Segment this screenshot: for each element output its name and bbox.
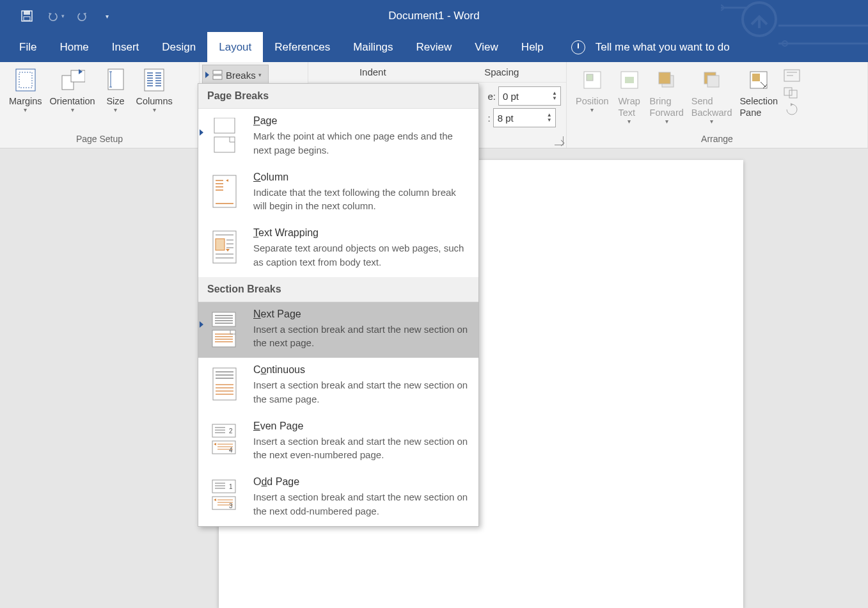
selection-pane-button[interactable]: Selection Pane: [736, 66, 782, 118]
tab-mailings[interactable]: Mailings: [342, 32, 404, 62]
spacing-before-spinner[interactable]: ▲▼: [498, 86, 561, 106]
breaks-button[interactable]: Breaks ▾: [202, 65, 269, 85]
svg-rect-57: [212, 312, 235, 326]
svg-rect-27: [587, 74, 593, 81]
menu-item-text-wrapping[interactable]: Text Wrapping Separate text around objec…: [198, 221, 478, 277]
chevron-down-icon: ▾: [71, 108, 74, 112]
even-page-desc: Insert a section break and start the new…: [253, 435, 470, 463]
play-indicator-icon: [200, 321, 203, 328]
menu-item-next-page[interactable]: Next Page Insert a section break and sta…: [198, 302, 478, 358]
play-indicator-icon: [200, 129, 203, 136]
save-icon: [21, 10, 33, 22]
size-icon: [106, 68, 126, 92]
margins-label: Margins: [9, 95, 42, 107]
chevron-down-icon: ▾: [114, 108, 117, 112]
svg-text:3: 3: [229, 502, 233, 509]
chevron-down-icon: ▾: [590, 108, 594, 112]
svg-rect-67: [213, 368, 236, 400]
spacing-after-input[interactable]: [494, 112, 532, 124]
svg-rect-31: [659, 72, 670, 84]
svg-rect-2: [24, 17, 30, 20]
orientation-label: Orientation: [50, 95, 95, 107]
qat-customize[interactable]: ▾: [97, 6, 116, 26]
svg-rect-62: [212, 330, 235, 347]
tab-design[interactable]: Design: [150, 32, 207, 62]
send-backward-button[interactable]: Send Backward ▾: [688, 66, 736, 124]
svg-rect-41: [214, 118, 235, 133]
wrap-text-button[interactable]: Wrap Text ▾: [613, 66, 646, 124]
decorative-graphic: [721, 0, 868, 61]
odd-page-icon: 1 3: [209, 479, 241, 515]
tab-layout[interactable]: Layout: [207, 32, 263, 62]
orientation-icon: [59, 68, 85, 92]
tab-review[interactable]: Review: [405, 32, 464, 62]
spinner-arrows[interactable]: ▲▼: [549, 91, 560, 101]
chevron-down-icon: ▾: [258, 72, 262, 78]
text-wrapping-icon: [210, 230, 239, 266]
svg-rect-24: [213, 70, 222, 74]
column-break-icon: [210, 174, 239, 210]
chevron-down-icon: ▾: [710, 120, 713, 124]
selection-pane-icon: [749, 70, 768, 90]
size-button[interactable]: Size ▾: [99, 66, 132, 112]
spinner-arrows[interactable]: ▲▼: [544, 113, 555, 123]
group-page-setup: Margins ▾ Orientation ▾ Size ▾ Columns ▾: [0, 62, 200, 148]
send-backward-icon: [702, 70, 722, 90]
chevron-down-icon: ▾: [665, 120, 668, 124]
page-breaks-header: Page Breaks: [198, 84, 478, 109]
rotate-icon: [783, 102, 801, 116]
menu-item-continuous[interactable]: Continuous Insert a section break and st…: [198, 358, 478, 414]
spacing-after-spinner[interactable]: ▲▼: [493, 108, 556, 127]
breaks-icon: [212, 69, 223, 81]
svg-text:4: 4: [229, 447, 233, 454]
play-indicator-icon: [205, 72, 209, 78]
bring-forward-label: Bring Forward: [650, 95, 684, 118]
dialog-launcher[interactable]: [555, 136, 564, 145]
position-label: Position: [576, 95, 609, 107]
spacing-after-label: :: [487, 113, 490, 124]
lightbulb-icon: [571, 40, 585, 54]
page-break-icon: [210, 118, 239, 154]
bring-forward-icon: [657, 70, 676, 90]
tab-view[interactable]: View: [463, 32, 510, 62]
next-page-desc: Insert a section break and start the new…: [253, 323, 470, 351]
tab-file[interactable]: File: [8, 32, 48, 62]
position-button[interactable]: Position ▾: [572, 66, 613, 112]
undo-icon: [46, 10, 60, 22]
wrap-text-label: Wrap Text: [618, 95, 640, 118]
chevron-down-icon: ▾: [24, 108, 27, 112]
menu-item-even-page[interactable]: 2 4 Even Page Insert a section break and…: [198, 414, 478, 470]
redo-button[interactable]: [69, 6, 97, 26]
title-bar: ▾ ▾ Document1 - Word: [0, 0, 868, 32]
selection-pane-label: Selection Pane: [739, 95, 778, 118]
columns-button[interactable]: Columns ▾: [132, 66, 177, 112]
text-wrapping-desc: Separate text around objects on web page…: [253, 241, 470, 269]
menu-item-odd-page[interactable]: 1 3 Odd Page Insert a section break and …: [198, 470, 478, 526]
save-button[interactable]: [13, 6, 41, 26]
even-page-icon: 2 4: [209, 423, 241, 459]
svg-rect-33: [707, 76, 719, 87]
indent-header: Indent: [308, 62, 438, 82]
menu-item-page-break[interactable]: Page Mark the point at which one page en…: [198, 109, 478, 165]
svg-rect-11: [145, 69, 164, 91]
margins-button[interactable]: Margins ▾: [5, 66, 46, 112]
bring-forward-button[interactable]: Bring Forward ▾: [646, 66, 688, 124]
svg-text:2: 2: [229, 428, 233, 435]
undo-button[interactable]: ▾: [41, 6, 69, 26]
spacing-before-input[interactable]: [499, 90, 537, 102]
menu-item-column-break[interactable]: Column Indicate that the text following …: [198, 165, 478, 221]
wrap-text-icon: [620, 70, 639, 90]
tab-references[interactable]: References: [263, 32, 342, 62]
align-icon: [783, 68, 801, 83]
send-backward-label: Send Backward: [691, 95, 732, 118]
page-setup-caption: Page Setup: [0, 132, 199, 148]
svg-text:1: 1: [229, 483, 233, 490]
orientation-button[interactable]: Orientation ▾: [46, 66, 99, 112]
tab-help[interactable]: Help: [510, 32, 555, 62]
tab-insert[interactable]: Insert: [100, 32, 151, 62]
tell-me-search[interactable]: Tell me what you want to do: [571, 32, 730, 62]
tab-home[interactable]: Home: [48, 32, 100, 62]
svg-rect-40: [789, 90, 797, 98]
group-icon: [783, 85, 801, 99]
svg-rect-29: [625, 77, 634, 83]
